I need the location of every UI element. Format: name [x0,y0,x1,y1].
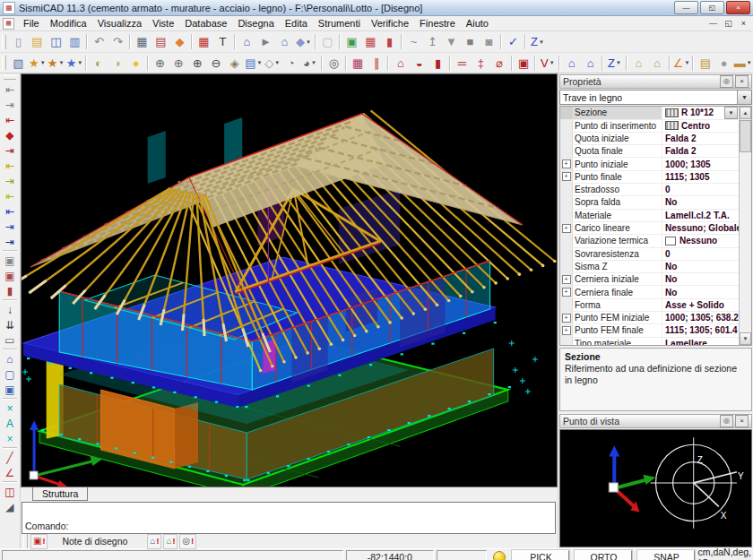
property-row-quota-iniziale[interactable]: Quota inizialeFalda 2 [560,133,739,145]
restraint-yellow-button[interactable]: ⇤ [1,158,19,173]
erase-x-button[interactable]: × [1,401,19,416]
property-value[interactable]: Centro [662,120,739,132]
restraint-gray-b-button[interactable]: ⇥ [1,97,19,112]
find-entity-button[interactable]: ◎ [325,54,343,72]
chevron-down-icon[interactable]: ▼ [737,90,751,104]
property-row-variazione-termica[interactable]: Variazione termicaNessuno [560,235,739,247]
command-input[interactable]: Comando: [22,502,556,534]
restraint-gray-a-button[interactable]: ⇤ [1,82,19,97]
dropdown-arrow-icon[interactable]: ▼ [539,39,544,45]
new-drawing-button[interactable]: ▯ [9,33,28,51]
toolbar-grip[interactable] [2,35,6,49]
vault-button[interactable]: ◒ [410,54,428,72]
rotate-free-button[interactable]: ◕▼ [300,54,319,72]
drop-single-button[interactable]: ↓ [1,302,19,317]
close-button[interactable]: × [726,1,750,14]
toolbar-grip[interactable] [4,75,16,80]
database-grid-button[interactable]: ▦ [195,33,213,51]
entity-type-select[interactable]: Trave in legno ▼ [559,90,752,105]
dropdown-arrow-icon[interactable]: ▼ [747,60,752,65]
menu-item-verifiche[interactable]: Verifiche [366,17,414,30]
property-row-estradosso[interactable]: Estradosso0 [560,184,739,196]
mdi-document-icon[interactable]: ▦ [3,18,14,30]
menu-item-database[interactable]: Database [179,17,232,30]
filter-button[interactable]: ▼ [442,33,461,51]
menu-item-aiuto[interactable]: Aiuto [461,17,494,30]
zoom-window-button[interactable]: ⊕ [151,54,169,72]
window-view-button[interactable]: ▢ [1,366,19,382]
property-row-quota-finale[interactable]: Quota finaleFalda 2 [560,145,739,158]
property-value[interactable]: No [662,196,739,208]
dropdown-arrow-icon[interactable]: ▼ [77,60,82,65]
level-column-button[interactable]: ▮ [1,283,19,298]
property-row-punto-iniziale[interactable]: +Punto iniziale1000; 1305 [560,158,739,170]
menu-item-finestre[interactable]: Finestre [414,17,461,30]
menu-item-visualizza[interactable]: Visualizza [92,17,147,30]
model-3d-button[interactable]: ⌂ [238,33,256,51]
property-row-punto-fem-iniziale[interactable]: +Punto FEM iniziale1000; 1305; 638.2 [560,312,739,324]
zoom-previous-button[interactable]: ⊕ [169,54,188,72]
property-value[interactable]: 1000; 1305; 638.2 [662,312,739,323]
property-value[interactable]: 0 [662,248,739,260]
text-style-button[interactable]: T [213,33,232,51]
capture-button[interactable]: ◙ [480,33,498,51]
dropdown-arrow-icon[interactable]: ▼ [311,60,316,65]
pin-icon[interactable]: ◎ [720,415,733,427]
foundation-beam-button[interactable]: ▬▼ [733,54,752,72]
scroll-up-icon[interactable]: ▲ [740,107,751,119]
pillar-button[interactable]: ▮ [428,54,447,72]
property-row-punto-di-inserimento[interactable]: Punto di inserimentoCentro [560,120,739,133]
dropdown-arrow-icon[interactable]: ▼ [58,60,64,65]
expand-icon[interactable]: + [560,273,573,285]
dropdown-arrow-icon[interactable]: ▼ [306,39,311,45]
window-one-button[interactable]: ▣ [1,382,19,397]
dropdown-arrow-icon[interactable]: ▼ [684,60,689,65]
import-drawing-button[interactable]: ▥ [65,33,84,51]
tab-struttura[interactable]: Struttura [32,487,88,501]
iso-view-button[interactable]: ◇▼ [263,54,281,72]
property-value[interactable]: Asse + Solido [662,299,739,311]
scroll-thumb[interactable] [740,120,751,152]
erase-dim-button[interactable]: × [1,431,19,446]
restraint-olive-button[interactable]: ⇥ [1,173,19,188]
materials-button[interactable]: ◆ [170,33,189,51]
property-row-cerniera-iniziale[interactable]: +Cerniera inizialeNo [560,273,739,286]
property-row-punto-finale[interactable]: +Punto finale1115; 1305 [560,171,739,184]
frame-window-button[interactable]: ▦ [349,54,368,72]
dropdown-arrow-icon[interactable]: ▼ [550,60,555,65]
viewpoint-compass[interactable]: Z Y X [650,437,743,529]
property-row-sisma-z[interactable]: Sisma ZNo [560,261,739,273]
property-value[interactable]: Falda 2 [662,145,739,157]
property-value[interactable]: 1115; 1305; 601.4 [662,324,739,336]
light-1-button[interactable]: ◐ [89,54,108,72]
menu-item-file[interactable]: File [18,17,45,30]
region-outline-button[interactable]: ▭ [1,332,19,348]
mdi-restore-button[interactable]: ◱ [721,18,736,30]
toggle-snap[interactable]: SNAP [637,550,695,560]
expand-icon[interactable]: + [560,286,573,297]
preferences-button[interactable]: ▤ [151,33,170,51]
property-value[interactable]: 1115; 1305 [662,171,739,183]
restraint-blue-a-button[interactable]: ⇤ [1,203,19,219]
dropdown-arrow-icon[interactable]: ▼ [616,60,621,65]
property-row-sezione[interactable]: SezioneR 10*12▼ [560,107,739,119]
mdi-minimize-button[interactable]: — [705,18,721,30]
restraint-red-c-button[interactable]: ⇥ [1,142,19,158]
line-type-button[interactable]: Z▼ [528,33,547,51]
property-row-materiale[interactable]: MaterialeLamell.cl.2 T.A. [560,210,739,222]
toolbar-grip[interactable] [23,534,28,548]
expand-icon[interactable]: + [560,312,573,323]
fill-region-button[interactable]: ■ [461,33,480,51]
line-red-button[interactable]: ╱ [1,450,19,465]
dropdown-arrow-icon[interactable]: ▼ [274,60,280,65]
save-button[interactable]: ◫ [47,33,65,51]
expand-icon[interactable]: + [560,324,573,336]
wall-panel-button[interactable]: ▣ [515,54,533,72]
property-value[interactable]: Nessuno [662,235,739,246]
model-add-button[interactable]: ⌂ [275,33,294,51]
level-stack-2-button[interactable]: ▣ [1,268,19,283]
window-check-button[interactable]: ▣ [342,33,361,51]
pin-icon[interactable]: ◎ [720,75,733,88]
viewpoint-viewport[interactable]: Z Y X [559,429,752,547]
layers-button[interactable]: ▤▼ [244,54,263,72]
